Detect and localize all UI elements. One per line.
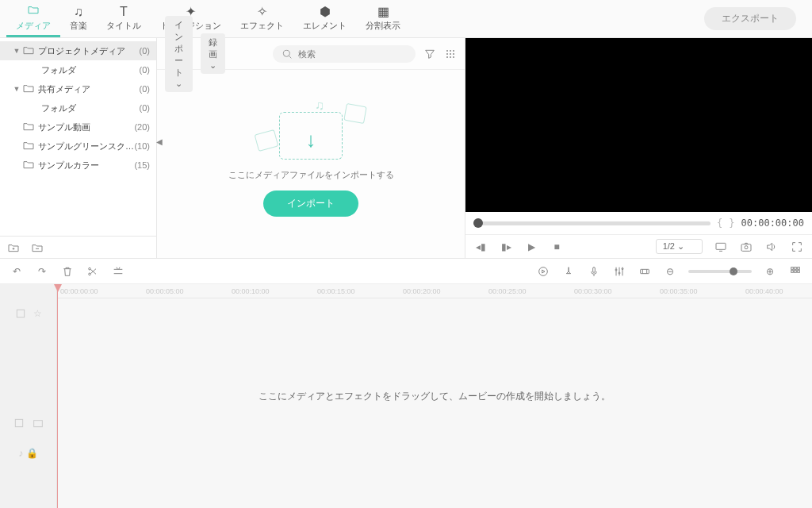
main-tabs: メディア♫音楽Tタイトル✦トランジション✧エフェクト⬢エレメント▦分割表示 [6, 0, 410, 37]
node-label: サンプル動画 [38, 121, 134, 133]
volume-icon[interactable] [764, 240, 779, 254]
stop-icon[interactable]: ■ [550, 240, 564, 254]
redo-icon[interactable]: ↷ [35, 264, 49, 279]
fullscreen-icon[interactable] [790, 240, 804, 254]
tab-wand[interactable]: ✧エフェクト [231, 0, 293, 37]
preview-video[interactable] [465, 38, 812, 212]
tree-node[interactable]: ▼プロジェクトメディア(0) [0, 41, 156, 60]
download-icon: ↓ [306, 128, 316, 152]
import-dropzone-area[interactable]: ♫ ↓ ここにメディアファイルをインポートする インポート [157, 70, 465, 258]
folder-icon [22, 82, 35, 97]
music-icon: ♫ [74, 6, 83, 18]
track-area[interactable]: 00:00:00:0000:00:05:0000:00:10:0000:00:1… [57, 284, 812, 508]
track-headers: ☆ ♪ 🔒 [0, 284, 57, 508]
video-icon [255, 129, 279, 152]
audio-mixer-icon[interactable] [612, 264, 626, 279]
tab-text[interactable]: Tタイトル [97, 0, 151, 37]
crop-icon[interactable] [111, 264, 125, 279]
prev-frame-icon[interactable]: ◂▮ [473, 240, 488, 254]
node-count: (15) [134, 160, 150, 170]
topbar: メディア♫音楽Tタイトル✦トランジション✧エフェクト⬢エレメント▦分割表示 エク… [0, 0, 812, 38]
playhead[interactable] [57, 284, 58, 508]
node-label: サンプルカラー [38, 160, 134, 171]
wand-icon: ✧ [257, 6, 267, 18]
display-icon[interactable] [714, 240, 728, 254]
tab-element[interactable]: ⬢エレメント [293, 0, 356, 37]
search-box[interactable] [273, 45, 416, 63]
tree-node[interactable]: フォルダ(0) [0, 98, 156, 117]
tree-node[interactable]: サンプル動画(20) [0, 117, 156, 137]
play-icon[interactable]: ▶ [524, 240, 538, 254]
svg-point-5 [450, 53, 450, 54]
media-sidebar: ▼プロジェクトメディア(0)フォルダ(0)▼共有メディア(0)フォルダ(0)サン… [0, 38, 157, 258]
svg-point-8 [450, 56, 450, 57]
snapshot-icon[interactable] [739, 240, 753, 254]
tree-node[interactable]: サンプルグリーンスクリーン(10) [0, 137, 156, 156]
grid-view-icon[interactable] [444, 47, 457, 61]
text-icon: T [120, 6, 128, 18]
tab-label: エフェクト [240, 20, 284, 32]
delete-icon[interactable] [60, 264, 75, 279]
collapse-sidebar-icon[interactable]: ◀ [156, 133, 164, 149]
svg-point-14 [89, 273, 91, 275]
folder-icon [22, 139, 35, 154]
tab-folder[interactable]: メディア [6, 0, 60, 37]
keyframe-icon[interactable] [638, 264, 652, 279]
svg-point-2 [450, 50, 450, 51]
scrub-bar[interactable] [473, 221, 710, 225]
marker-icon[interactable] [561, 264, 576, 279]
track-header[interactable] [0, 408, 56, 438]
next-frame-icon[interactable]: ▮▸ [499, 240, 513, 254]
undo-icon[interactable]: ↶ [10, 264, 24, 279]
track-header[interactable]: ☆ [0, 298, 56, 329]
import-button[interactable]: インポート [263, 190, 358, 217]
svg-rect-29 [33, 421, 42, 427]
zoom-ratio-select[interactable]: 1/2 ⌄ [656, 239, 703, 254]
zoom-in-icon[interactable]: ⊕ [763, 264, 777, 279]
render-icon[interactable] [536, 264, 550, 279]
time-ruler[interactable]: 00:00:00:0000:00:05:0000:00:10:0000:00:1… [57, 284, 812, 298]
delete-folder-icon[interactable] [30, 241, 44, 255]
timeline-toolbar: ↶ ↷ ⊖ ⊕ [0, 259, 812, 284]
mark-in-icon[interactable]: { [717, 217, 722, 229]
ruler-mark: 00:00:40:00 [745, 287, 783, 295]
svg-point-7 [446, 56, 447, 57]
split-icon: ▦ [377, 6, 389, 18]
search-input[interactable] [298, 49, 408, 59]
split-icon[interactable] [86, 264, 100, 279]
tab-split[interactable]: ▦分割表示 [356, 0, 410, 37]
folder-icon [27, 3, 40, 18]
zoom-fit-icon[interactable] [788, 264, 802, 279]
voiceover-icon[interactable] [587, 264, 601, 279]
node-count: (0) [140, 65, 150, 75]
filter-icon[interactable] [423, 47, 436, 61]
record-dropdown[interactable]: 録画 ⌄ [201, 33, 225, 74]
export-button[interactable]: エクスポート [704, 7, 796, 30]
timeline-panel: ↶ ↷ ⊖ ⊕ ☆ ♪ 🔒 00:00:00 [0, 259, 812, 508]
zoom-slider[interactable] [688, 270, 752, 273]
node-label: サンプルグリーンスクリーン [38, 140, 134, 152]
tab-music[interactable]: ♫音楽 [60, 0, 97, 37]
new-folder-icon[interactable] [6, 241, 21, 255]
expand-icon[interactable]: ▼ [11, 85, 22, 93]
zoom-out-icon[interactable]: ⊖ [663, 264, 677, 279]
svg-rect-16 [593, 267, 596, 272]
mark-out-icon[interactable]: } [729, 217, 734, 229]
tree-node[interactable]: ▼共有メディア(0) [0, 79, 156, 98]
track-header[interactable]: ♪ 🔒 [0, 438, 56, 468]
preview-panel: { } 00:00:00:00 ◂▮ ▮▸ ▶ ■ 1/2 ⌄ [465, 38, 812, 258]
svg-point-15 [539, 267, 548, 275]
ruler-mark: 00:00:30:00 [574, 287, 612, 295]
node-count: (0) [140, 103, 150, 113]
tab-label: エレメント [303, 20, 347, 32]
media-tree: ▼プロジェクトメディア(0)フォルダ(0)▼共有メディア(0)フォルダ(0)サン… [0, 38, 156, 236]
svg-point-4 [446, 53, 447, 54]
ruler-mark: 00:00:00:00 [60, 287, 98, 295]
element-icon: ⬢ [320, 6, 331, 18]
expand-icon[interactable]: ▼ [11, 47, 22, 55]
tree-node[interactable]: サンプルカラー(15) [0, 156, 156, 175]
timeline[interactable]: ☆ ♪ 🔒 00:00:00:0000:00:05:0000:00:10:000… [0, 284, 812, 508]
svg-point-3 [453, 50, 454, 51]
svg-point-9 [453, 56, 454, 57]
tree-node[interactable]: フォルダ(0) [0, 60, 156, 79]
